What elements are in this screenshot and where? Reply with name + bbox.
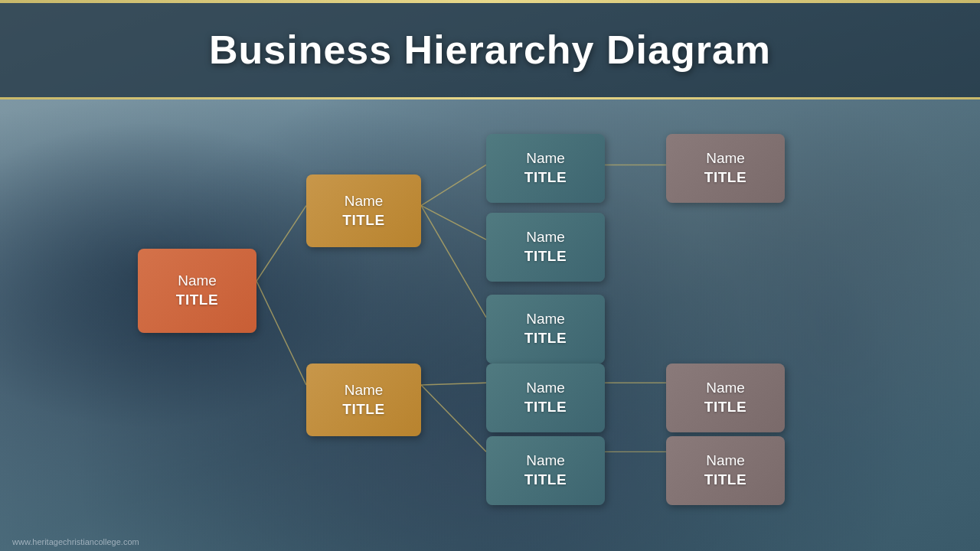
- svg-line-5: [421, 383, 486, 385]
- node-l3-3[interactable]: Name TITLE: [666, 436, 785, 505]
- node-l2-3[interactable]: Name TITLE: [486, 295, 605, 364]
- node-l3-2[interactable]: Name TITLE: [666, 364, 785, 432]
- node-l2-2[interactable]: Name TITLE: [486, 213, 605, 282]
- header-bar: Business Hierarchy Diagram: [0, 0, 980, 99]
- node-root[interactable]: Name TITLE: [138, 249, 256, 333]
- node-l2-1[interactable]: Name TITLE: [486, 134, 605, 203]
- footer-text: www.heritagechristiancollege.com: [12, 537, 139, 546]
- svg-line-2: [421, 165, 486, 205]
- node-l2-5[interactable]: Name TITLE: [486, 436, 605, 505]
- svg-line-0: [256, 206, 306, 282]
- svg-line-1: [256, 281, 306, 385]
- svg-line-6: [421, 385, 486, 452]
- diagram-area: Name TITLE Name TITLE Name TITLE Name TI…: [0, 99, 980, 528]
- node-l1-top[interactable]: Name TITLE: [306, 174, 421, 247]
- slide: Business Hierarchy Diagram: [0, 0, 980, 551]
- node-l3-1[interactable]: Name TITLE: [666, 134, 785, 203]
- node-l1-bottom[interactable]: Name TITLE: [306, 364, 421, 436]
- node-l2-4[interactable]: Name TITLE: [486, 364, 605, 432]
- slide-title: Business Hierarchy Diagram: [209, 27, 771, 73]
